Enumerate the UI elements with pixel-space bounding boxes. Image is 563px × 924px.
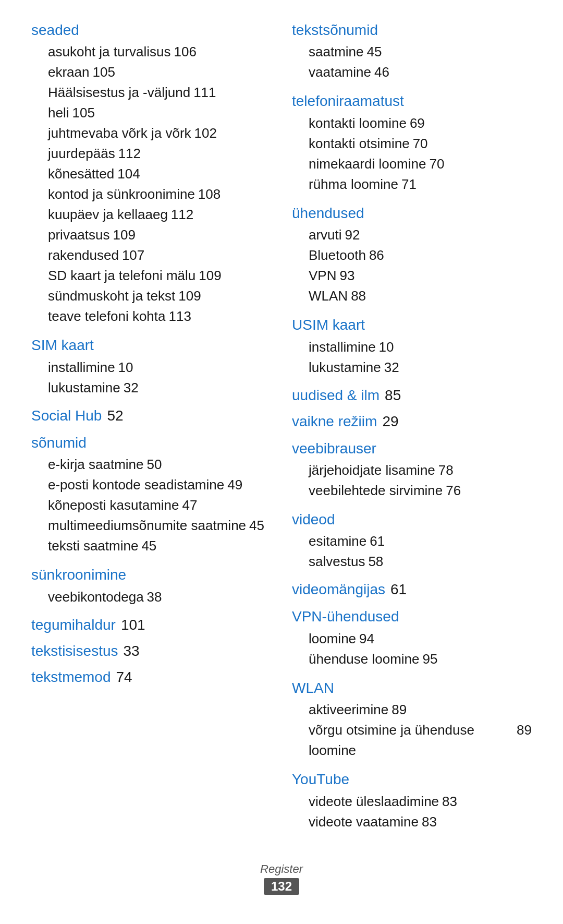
- entry-line: rühma loomine71: [309, 174, 532, 195]
- entry-line: Häälsisestus ja -väljund111: [48, 82, 271, 103]
- section-title: USIM kaart: [292, 316, 532, 334]
- entry-number: 112: [171, 205, 193, 225]
- entry-number: 32: [124, 378, 139, 398]
- entry-text: Bluetooth: [309, 245, 366, 266]
- entry: lukustamine32: [292, 357, 532, 378]
- index-section: veebibrauserjärjehoidjate lisamine78veeb…: [292, 439, 532, 501]
- section-title: sõnumid: [31, 434, 271, 452]
- index-section: tekstmemod74: [31, 669, 271, 686]
- entry-line: kuupäev ja kellaaeg112: [48, 205, 271, 225]
- section-title: videomängijas: [292, 581, 385, 597]
- entry-text: rakendused: [48, 245, 119, 266]
- index-layout: seadedasukoht ja turvalisus106ekraan105H…: [31, 21, 532, 842]
- entry-number: 111: [193, 82, 216, 103]
- entry: vaatamine46: [292, 62, 532, 82]
- entry-text: VPN: [309, 266, 336, 286]
- entry-number: 105: [93, 62, 115, 82]
- entry-text: ekraan: [48, 62, 90, 82]
- entry-number: 107: [122, 245, 144, 266]
- entry: järjehoidjate lisamine78: [292, 460, 532, 481]
- entry-line: lukustamine32: [309, 357, 532, 378]
- entry: Bluetooth86: [292, 245, 532, 266]
- section-title: vaikne režiim: [292, 413, 377, 429]
- entry-number: 108: [198, 184, 221, 205]
- index-section: sünkroonimineveebikontodega38: [31, 566, 271, 607]
- entry: kõnesätted104: [31, 164, 271, 184]
- entry: privaatsus109: [31, 225, 271, 245]
- index-section: videodesitamine61salvestus58: [292, 510, 532, 572]
- index-section: Social Hub52: [31, 407, 271, 424]
- entry-line: heli105: [48, 103, 271, 123]
- entry-text: rühma loomine: [309, 174, 398, 195]
- entry-line: juurdepääs112: [48, 143, 271, 164]
- section-title: tekstisisestus: [31, 643, 118, 659]
- index-section: videomängijas61: [292, 581, 532, 598]
- index-section: VPN-ühendusedloomine94ühenduse loomine95: [292, 607, 532, 669]
- entry-text: WLAN: [309, 286, 348, 306]
- entry: veebilehtede sirvimine76: [292, 481, 532, 501]
- index-section: uudised & ilm85: [292, 387, 532, 404]
- entry: teksti saatmine45: [31, 536, 271, 556]
- entry: juurdepääs112: [31, 143, 271, 164]
- entry-text: järjehoidjate lisamine: [309, 460, 435, 481]
- entry-line: kõneposti kasutamine47: [48, 495, 271, 515]
- entry-line: videote vaatamine83: [309, 812, 532, 832]
- footer: Register 132: [31, 862, 532, 895]
- column-1: seadedasukoht ja turvalisus106ekraan105H…: [31, 21, 271, 842]
- entry-text: asukoht ja turvalisus: [48, 42, 171, 62]
- entry-text: kõnesätted: [48, 164, 114, 184]
- entry-line: saatmine45: [309, 42, 532, 62]
- entry-text: kuupäev ja kellaaeg: [48, 205, 168, 225]
- entry: multimeediumsõnumite saatmine45: [31, 515, 271, 536]
- entry-number: 61: [370, 531, 385, 551]
- entry-number: 113: [169, 306, 191, 327]
- entry-line: vaatamine46: [309, 62, 532, 82]
- entry-text: videote vaatamine: [309, 812, 419, 832]
- entry-number: 45: [367, 42, 382, 62]
- entry-text: teave telefoni kohta: [48, 306, 166, 327]
- section-title: seaded: [31, 21, 271, 40]
- section-title: ühendused: [292, 204, 532, 223]
- entry-line: VPN93: [309, 266, 532, 286]
- entry-text: juhtmevaba võrk ja võrk: [48, 123, 191, 143]
- entry: kontod ja sünkroonimine108: [31, 184, 271, 205]
- entry: veebikontodega38: [31, 587, 271, 607]
- entry-line: loomine94: [309, 629, 532, 649]
- entry: ekraan105: [31, 62, 271, 82]
- index-section: telefoniraamatustkontakti loomine69konta…: [292, 92, 532, 194]
- entry-text: esitamine: [309, 531, 366, 551]
- entry: ühenduse loomine95: [292, 649, 532, 669]
- entry-text: kõneposti kasutamine: [48, 495, 179, 515]
- entry-line: kontakti loomine69: [309, 113, 532, 134]
- entry: videote üleslaadimine83: [292, 791, 532, 812]
- entry: heli105: [31, 103, 271, 123]
- section-title-num: 52: [107, 407, 123, 424]
- footer-page: 132: [264, 878, 299, 895]
- entry: võrgu otsimine ja ühenduse loomine89: [292, 720, 532, 761]
- section-title: VPN-ühendused: [292, 607, 532, 626]
- entry-text: loomine: [309, 629, 356, 649]
- entry-line: aktiveerimine89: [309, 700, 532, 720]
- footer-label: Register: [31, 862, 532, 876]
- entry-text: võrgu otsimine ja ühenduse loomine: [309, 720, 513, 761]
- entry-number: 109: [178, 286, 201, 306]
- entry-line: rakendused107: [48, 245, 271, 266]
- entry-number: 104: [117, 164, 140, 184]
- entry-text: ühenduse loomine: [309, 649, 420, 669]
- section-title: uudised & ilm: [292, 387, 380, 403]
- entry-number: 50: [147, 454, 162, 475]
- entry-text: arvuti: [309, 225, 342, 245]
- entry-number: 69: [410, 113, 425, 134]
- entry-number: 89: [391, 700, 407, 720]
- entry-text: installimine: [48, 357, 115, 378]
- entry-text: saatmine: [309, 42, 364, 62]
- entry: salvestus58: [292, 551, 532, 572]
- entry-number: 83: [422, 812, 437, 832]
- section-title: telefoniraamatust: [292, 92, 532, 111]
- entry-text: videote üleslaadimine: [309, 791, 439, 812]
- entry-line: võrgu otsimine ja ühenduse loomine89: [309, 720, 532, 761]
- entry-line: järjehoidjate lisamine78: [309, 460, 532, 481]
- column-2: tekstsõnumidsaatmine45vaatamine46telefon…: [292, 21, 532, 842]
- entry-number: 38: [147, 587, 162, 607]
- entry-number: 71: [401, 174, 417, 195]
